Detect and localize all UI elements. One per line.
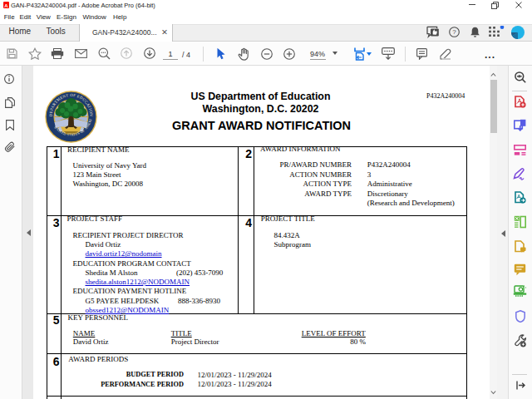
svg-text:A: A xyxy=(4,3,8,8)
svg-text:?: ? xyxy=(452,28,456,36)
